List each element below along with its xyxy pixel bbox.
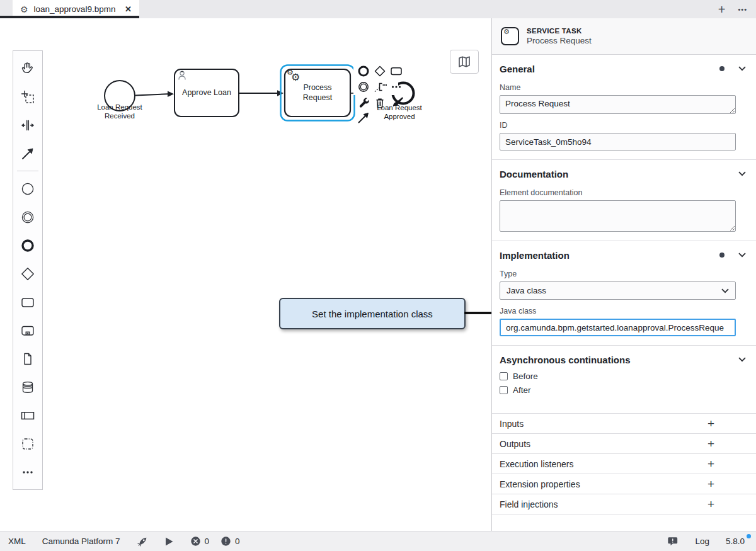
properties-header: ⚙ SERVICE TASK Process Request [492,18,756,55]
camunda-modeler-window: ⚙ loan_approval9.bpmn ✕ + ••• [0,0,756,551]
hand-tool[interactable] [13,54,42,82]
add-extension-property-button[interactable]: + [707,478,714,490]
error-circle-icon [190,536,201,547]
feedback-button[interactable] [659,531,687,551]
version-info[interactable]: 5.8.0 [718,531,756,551]
start-event-label: Loan Request Received [93,103,146,120]
chevron-down-icon[interactable] [738,171,746,176]
palette-divider [17,171,38,171]
palette [13,50,43,490]
chevron-down-icon[interactable] [738,253,746,258]
tab-bar-actions: + ••• [718,0,747,18]
minimap-toggle-button[interactable] [450,50,479,74]
more-options-icon[interactable]: ••• [738,6,747,13]
arrowhead-1 [168,91,174,98]
pad-color-brush-icon[interactable] [389,95,404,110]
id-input[interactable] [500,133,736,151]
palette-more-icon[interactable] [13,458,42,486]
pad-more-icon[interactable] [389,79,404,94]
map-icon [457,54,472,69]
add-input-button[interactable]: + [707,418,714,429]
section-extension-properties[interactable]: Extension properties + [492,474,756,494]
java-class-input[interactable] [500,319,736,336]
update-available-dot [747,534,751,538]
async-before-row[interactable]: Before [500,372,748,381]
start-instance-button[interactable] [156,531,182,551]
new-tab-button[interactable]: + [718,3,726,16]
id-field-label: ID [500,121,748,130]
create-start-event[interactable] [13,174,42,203]
add-output-button[interactable]: + [707,438,714,450]
engine-profile[interactable]: Camunda Platform 7 [34,531,129,551]
deploy-button[interactable] [129,531,156,551]
log-toggle[interactable]: Log [687,531,718,551]
create-gateway[interactable] [13,259,42,288]
warning-status[interactable]: 0 [212,531,248,551]
bpmn-file-icon: ⚙ [20,5,28,14]
service-task-gears-icon: ⚙⚙ [287,68,308,86]
xml-toggle[interactable]: XML [0,531,34,551]
properties-panel: ⚙ SERVICE TASK Process Request General N… [491,18,756,531]
element-documentation-input[interactable] [500,200,736,232]
section-implementation: Implementation Type Java class Java clas… [492,241,756,346]
add-execution-listener-button[interactable]: + [707,458,714,470]
status-bar: XML Camunda Platform 7 0 [0,531,756,551]
service-task-badge-icon: ⚙ [501,27,519,45]
pad-wrench-icon[interactable] [356,95,371,110]
element-name: Process Request [527,36,592,45]
space-tool[interactable] [13,111,42,139]
pad-append-text-annotation[interactable] [372,79,387,94]
implementation-type-select[interactable]: Java class [500,281,736,300]
sequence-flow-1[interactable] [135,94,168,95]
create-group[interactable] [13,429,42,458]
async-after-row[interactable]: After [500,385,748,395]
create-data-object[interactable] [13,344,42,373]
create-intermediate-event[interactable] [13,203,42,231]
section-async-continuations: Asynchronous continuations Before After [492,346,756,414]
pad-append-task[interactable] [389,64,404,79]
chat-error-icon [667,536,679,547]
section-general-header[interactable]: General [500,61,748,76]
pad-connect-icon[interactable] [356,110,371,125]
data-marker-dot [719,66,724,71]
section-implementation-header[interactable]: Implementation [500,247,748,263]
java-class-field-label: Java class [500,307,748,315]
warning-count: 0 [235,537,240,546]
error-count: 0 [205,537,210,546]
add-field-injection-button[interactable]: + [707,498,714,510]
pad-delete-icon[interactable] [372,95,387,110]
play-icon [164,537,174,547]
pad-append-end-event[interactable] [356,64,371,79]
section-execution-listeners[interactable]: Execution listeners + [492,454,756,474]
name-field-label: Name [500,83,748,92]
type-field-label: Type [500,270,748,278]
tab-bar: ⚙ loan_approval9.bpmn ✕ + ••• [0,0,756,18]
create-task[interactable] [13,288,42,316]
lasso-tool[interactable] [13,82,42,111]
section-general: General Name Process Request ID [492,55,756,160]
create-data-store[interactable] [13,373,42,401]
element-type: SERVICE TASK [527,27,592,35]
callout-text: Set the implementation class [312,309,433,319]
section-field-injections[interactable]: Field injections + [492,494,756,514]
close-tab-icon[interactable]: ✕ [125,4,132,14]
create-end-event[interactable] [13,231,42,259]
create-subprocess[interactable] [13,316,42,344]
tutorial-callout: Set the implementation class [279,298,466,329]
create-participant[interactable] [13,401,42,429]
name-input[interactable]: Process Request [500,95,736,114]
chevron-down-icon[interactable] [738,357,746,362]
section-documentation-header[interactable]: Documentation [500,166,748,181]
section-outputs[interactable]: Outputs + [492,434,756,454]
pad-append-intermediate-event[interactable] [356,79,371,94]
user-task-icon [177,70,188,81]
after-checkbox[interactable] [500,386,508,394]
before-checkbox[interactable] [500,372,508,380]
pad-append-gateway[interactable] [372,64,387,79]
section-inputs[interactable]: Inputs + [492,414,756,434]
warning-circle-icon [220,536,231,547]
chevron-down-icon[interactable] [738,66,746,71]
section-async-header[interactable]: Asynchronous continuations [500,352,748,367]
rocket-icon [137,536,148,547]
global-connect-tool[interactable] [13,139,42,168]
